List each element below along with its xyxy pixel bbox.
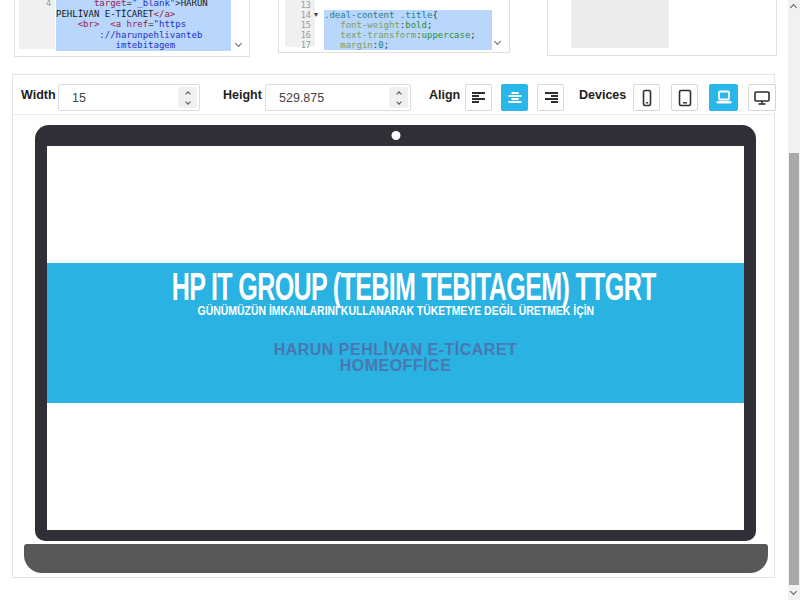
code-token: uppercase — [422, 30, 471, 40]
width-field — [58, 84, 200, 111]
device-laptop-button[interactable] — [709, 84, 738, 111]
code-line: imtebitagem — [56, 40, 231, 51]
code-token: imtebitagem — [56, 40, 175, 50]
chevron-down-icon[interactable] — [495, 39, 500, 44]
phone-icon — [637, 88, 657, 108]
code-line: PEHLİVAN E-TİCARET</a> — [56, 9, 231, 20]
stepper-arrows[interactable] — [389, 87, 408, 108]
code-line: ://harunpehlivanteb — [56, 30, 231, 41]
devices-label: Devices — [579, 88, 626, 102]
laptop-base — [24, 544, 768, 573]
page-title: HP IT GROUP (TEBIM TEBITAGEM) TTGRT — [47, 270, 744, 304]
line-number: 13 — [285, 0, 315, 10]
line-number: 14 — [285, 10, 315, 20]
page-link-block[interactable]: HARUN PEHLİVAN E-TİCARET HOMEOFFİCE — [47, 342, 744, 373]
code-line: font-weight:bold; — [324, 20, 492, 30]
laptop-camera-dot — [391, 131, 400, 140]
code-area-html[interactable]: target="_blank">HARUN PEHLİVAN E-TİCARET… — [56, 0, 231, 51]
align-left-icon — [469, 88, 489, 108]
code-panel-css: 13 14 15 16 17 ▾ .deal-content .title{ f… — [278, 0, 510, 53]
code-token: font-weight — [324, 20, 400, 30]
code-area-css[interactable]: .deal-content .title{ font-weight:bold; … — [324, 0, 492, 50]
code-token: HARUN — [181, 0, 208, 8]
align-label: Align — [429, 88, 460, 102]
hero-banner: HP IT GROUP (TEBIM TEBITAGEM) TTGRT GÜNÜ… — [47, 263, 744, 403]
line-number: 16 — [285, 30, 315, 40]
code-line — [324, 0, 492, 10]
code-token: ; — [427, 20, 432, 30]
code-token — [99, 19, 110, 29]
code-token: ; — [470, 30, 475, 40]
code-panel-html: 4 target="_blank">HARUN PEHLİVAN E-TİCAR… — [14, 0, 250, 57]
code-panel-empty — [547, 0, 777, 56]
line-number: 4 — [19, 0, 55, 9]
code-token: bold — [405, 20, 427, 30]
align-right-button[interactable] — [537, 84, 564, 111]
code-token: margin — [324, 40, 373, 50]
height-label: Height — [223, 88, 262, 102]
code-token: { — [432, 10, 437, 20]
scrollbar-thumb[interactable] — [789, 153, 799, 585]
tablet-icon — [675, 88, 695, 108]
code-token: "_blank" — [132, 0, 175, 8]
line-number: 15 — [285, 20, 315, 30]
line-number: 17 — [285, 40, 315, 50]
align-center-icon — [505, 88, 525, 108]
code-line: target="_blank">HARUN — [56, 0, 231, 9]
preview-container: Width Height Align Devices — [12, 74, 775, 578]
page-scrollbar[interactable] — [788, 0, 800, 600]
code-fold-icon[interactable]: ▾ — [314, 10, 318, 20]
height-field — [265, 84, 411, 111]
code-token: </a> — [154, 9, 176, 19]
device-desktop-button[interactable] — [748, 84, 776, 111]
align-right-icon — [541, 88, 561, 108]
line-number-gutter: 13 14 15 16 17 — [285, 0, 315, 47]
code-line: text-transform:uppercase; — [324, 30, 492, 40]
code-token — [56, 19, 78, 29]
toolbar: Width Height Align Devices — [13, 75, 774, 115]
code-token: ://harunpehlivanteb — [56, 30, 202, 40]
code-token: text-transform — [324, 30, 416, 40]
code-line: margin:0; — [324, 40, 492, 50]
scrollbar-down-arrow-icon[interactable] — [791, 589, 796, 594]
stepper-arrows[interactable] — [178, 87, 197, 108]
page-link-line1[interactable]: HARUN PEHLİVAN E-TİCARET — [47, 342, 744, 358]
desktop-icon — [752, 88, 772, 108]
code-token: href — [121, 19, 148, 29]
code-token: "https — [154, 19, 187, 29]
code-token: <br> — [78, 19, 100, 29]
laptop-mockup: HP IT GROUP (TEBIM TEBITAGEM) TTGRT GÜNÜ… — [35, 125, 756, 541]
code-token: <a — [110, 19, 121, 29]
scrollbar-up-arrow-icon[interactable] — [791, 5, 796, 10]
responsive-design-tool: 4 target="_blank">HARUN PEHLİVAN E-TİCAR… — [0, 0, 800, 600]
page-link-line2[interactable]: HOMEOFFİCE — [47, 358, 744, 374]
code-token: .deal-content .title — [324, 10, 432, 20]
width-label: Width — [21, 88, 56, 102]
chevron-down-icon[interactable] — [236, 41, 241, 46]
code-token: PEHLİVAN E-TİCARET — [56, 9, 154, 19]
align-center-button[interactable] — [501, 84, 528, 111]
code-line: .deal-content .title{ — [324, 10, 492, 20]
device-phone-button[interactable] — [633, 84, 660, 111]
laptop-icon — [714, 88, 734, 108]
device-tablet-button[interactable] — [671, 84, 698, 111]
align-left-button[interactable] — [465, 84, 492, 111]
line-number-gutter: 4 — [19, 0, 55, 49]
line-number-gutter — [571, 0, 669, 48]
laptop-screen: HP IT GROUP (TEBIM TEBITAGEM) TTGRT GÜNÜ… — [47, 146, 744, 530]
code-token: target — [56, 0, 126, 8]
code-line: <br> <a href="https — [56, 19, 231, 30]
code-token: ; — [384, 40, 389, 50]
